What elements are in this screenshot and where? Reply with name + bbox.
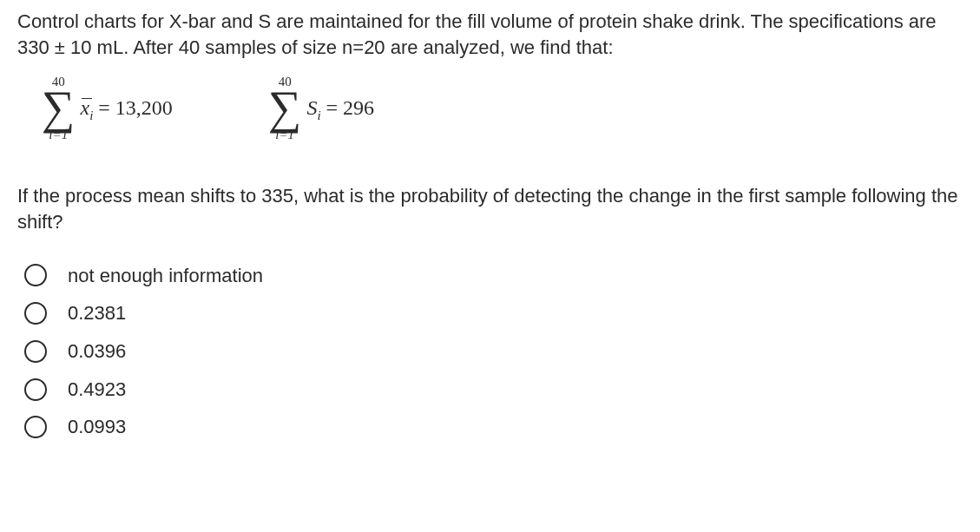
- equation-sum-xbar: 40 ∑ i=1 xi = 13,200: [42, 76, 173, 141]
- sigma-lower-limit: i=1: [275, 128, 294, 141]
- equation-sum-s: 40 ∑ i=1 Si = 296: [268, 76, 374, 141]
- option-row[interactable]: 0.0396: [24, 338, 963, 365]
- option-label: not enough information: [68, 263, 263, 289]
- option-row[interactable]: 0.0993: [24, 414, 963, 440]
- radio-button[interactable]: [24, 416, 47, 438]
- sigma-symbol: ∑: [42, 89, 76, 128]
- option-label: 0.2381: [68, 300, 126, 326]
- radio-button[interactable]: [24, 378, 47, 401]
- radio-button[interactable]: [24, 302, 47, 325]
- question-intro: Control charts for X-bar and S are maint…: [17, 9, 963, 60]
- option-label: 0.0993: [68, 414, 126, 440]
- option-row[interactable]: 0.4923: [24, 377, 963, 403]
- equations-block: 40 ∑ i=1 xi = 13,200 40 ∑ i=1 Si = 296: [17, 76, 963, 141]
- option-label: 0.0396: [68, 338, 126, 365]
- options-group: not enough information 0.2381 0.0396 0.4…: [17, 263, 963, 440]
- eq1-value: = 13,200: [93, 96, 173, 119]
- radio-button[interactable]: [24, 264, 47, 286]
- xbar-variable: x: [81, 96, 90, 119]
- option-row[interactable]: 0.2381: [24, 300, 963, 326]
- sigma-symbol: ∑: [268, 89, 302, 128]
- radio-button[interactable]: [24, 340, 47, 363]
- sub-question: If the process mean shifts to 335, what …: [17, 183, 963, 234]
- s-variable: S: [306, 96, 317, 119]
- sigma-lower-limit: i=1: [49, 128, 68, 141]
- eq2-value: = 296: [321, 96, 375, 119]
- option-row[interactable]: not enough information: [24, 263, 963, 289]
- option-label: 0.4923: [68, 377, 126, 403]
